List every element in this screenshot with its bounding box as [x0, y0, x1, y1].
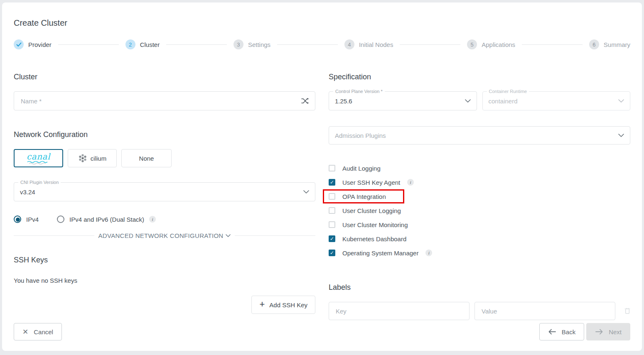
right-column: Specification Control Plane Version * 1.…: [329, 66, 630, 320]
checkbox-row-kubernetes-dashboard[interactable]: ✓ Kubernetes Dashboard: [329, 232, 630, 246]
close-icon: ✕: [22, 328, 28, 335]
cni-version-select[interactable]: CNI Plugin Version v3.24: [14, 182, 315, 201]
label-key-field[interactable]: [329, 302, 469, 320]
labels-heading: Labels: [329, 283, 630, 292]
admission-plugins-select[interactable]: Admission Plugins: [329, 126, 630, 144]
step-label: Summary: [604, 41, 630, 48]
checkbox-icon[interactable]: ✓: [329, 250, 335, 256]
container-runtime-value: containerd: [489, 98, 619, 105]
step-provider[interactable]: Provider: [14, 39, 52, 49]
left-column: Cluster Network Configuration canal: [14, 66, 315, 320]
checkbox-icon[interactable]: ✓: [329, 235, 335, 242]
ip-family-radio-group: IPv4 IPv4 and IPv6 (Dual Stack) i: [14, 215, 315, 223]
step-label: Provider: [28, 41, 52, 48]
container-runtime-label: Container Runtime: [487, 88, 529, 94]
radio-dual-stack[interactable]: IPv4 and IPv6 (Dual Stack) i: [57, 215, 156, 223]
back-button[interactable]: Back: [539, 323, 584, 340]
info-icon[interactable]: i: [425, 250, 432, 256]
add-ssh-key-button[interactable]: + Add SSH Key: [251, 296, 315, 314]
info-icon[interactable]: i: [149, 216, 156, 223]
cni-version-value: v3.24: [20, 189, 303, 196]
label-value-input[interactable]: [481, 307, 609, 315]
cni-version-label: CNI Plugin Version: [18, 179, 61, 185]
stepper-connector: [166, 44, 227, 45]
radio-label: IPv4 and IPv6 (Dual Stack): [69, 216, 144, 223]
checkbox-label: Audit Logging: [342, 165, 381, 172]
step-label: Cluster: [140, 41, 160, 48]
chevron-down-icon: [303, 190, 309, 193]
admission-plugins-placeholder: Admission Plugins: [335, 132, 618, 139]
step-applications: 5 Applications: [467, 39, 515, 49]
wizard-stepper: Provider 2 Cluster 3 Settings 4 Initial …: [14, 39, 630, 49]
stepper-connector: [58, 44, 119, 45]
checkbox-icon[interactable]: [329, 193, 335, 200]
step-label: Initial Nodes: [359, 41, 393, 48]
create-cluster-wizard: Create Cluster Provider 2 Cluster 3 Sett…: [2, 2, 642, 351]
labels-row: [329, 302, 630, 320]
arrow-right-icon: [595, 329, 603, 335]
wizard-footer: ✕ Cancel Back Next: [14, 323, 630, 340]
checkbox-row-opa-integration[interactable]: OPA Integration: [329, 189, 630, 203]
step-cluster[interactable]: 2 Cluster: [125, 39, 160, 49]
checkbox-icon[interactable]: [329, 165, 335, 171]
cni-option-canal[interactable]: canal: [14, 149, 63, 167]
step-number: 6: [589, 39, 599, 49]
checkbox-label: Operating System Manager: [342, 250, 418, 257]
specification-heading: Specification: [329, 73, 630, 81]
chevron-down-icon: [226, 234, 231, 237]
checkbox-label: User SSH Key Agent: [342, 179, 400, 186]
checkbox-row-user-ssh-key-agent[interactable]: ✓ User SSH Key Agent i: [329, 175, 630, 189]
plus-icon: +: [259, 300, 265, 309]
radio-icon: [57, 215, 64, 223]
info-icon[interactable]: i: [407, 179, 414, 186]
divider-line: [14, 235, 94, 236]
checkbox-row-user-cluster-monitoring[interactable]: User Cluster Monitoring: [329, 218, 630, 232]
radio-icon: [14, 215, 21, 223]
chevron-down-icon: [465, 99, 471, 103]
checkbox-icon[interactable]: [329, 221, 335, 228]
step-settings: 3 Settings: [234, 39, 270, 49]
advanced-network-label: ADVANCED NETWORK CONFIGURATION: [98, 232, 224, 239]
cancel-button[interactable]: ✕ Cancel: [14, 323, 62, 340]
divider-line: [235, 235, 315, 236]
checkbox-row-user-cluster-logging[interactable]: User Cluster Logging: [329, 203, 630, 218]
chevron-down-icon: [618, 134, 624, 137]
step-label: Applications: [482, 41, 515, 48]
checkbox-icon[interactable]: ✓: [329, 179, 335, 186]
checkbox-label: Kubernetes Dashboard: [342, 235, 406, 242]
label-value-field[interactable]: [474, 302, 615, 320]
control-plane-version-value: 1.25.6: [335, 98, 465, 105]
step-label: Settings: [248, 41, 270, 48]
cni-option-label: None: [139, 155, 154, 162]
step-number: 4: [344, 39, 354, 49]
page-title: Create Cluster: [14, 18, 630, 28]
ssh-keys-empty-text: You have no SSH keys: [14, 277, 315, 284]
control-plane-version-select[interactable]: Control Plane Version * 1.25.6: [329, 91, 477, 110]
label-key-input[interactable]: [335, 307, 463, 315]
delete-label-icon[interactable]: [624, 307, 630, 315]
arrow-left-icon: [548, 329, 556, 335]
cni-option-none[interactable]: None: [121, 149, 172, 167]
shuffle-icon[interactable]: [301, 98, 309, 104]
control-plane-version-label: Control Plane Version *: [333, 88, 385, 94]
next-button[interactable]: Next: [586, 323, 630, 340]
step-number: 3: [234, 39, 243, 49]
checkbox-icon[interactable]: [329, 207, 335, 214]
cluster-name-input[interactable]: [20, 97, 301, 105]
radio-label: IPv4: [26, 216, 39, 223]
checkbox-label: User Cluster Monitoring: [342, 221, 408, 228]
ssh-keys-heading: SSH Keys: [14, 256, 315, 264]
feature-checkbox-list: Audit Logging ✓ User SSH Key Agent i OPA…: [329, 161, 630, 260]
cluster-section-heading: Cluster: [14, 73, 315, 81]
step-number: 2: [125, 39, 135, 49]
checkbox-row-audit-logging[interactable]: Audit Logging: [329, 161, 630, 175]
cluster-name-field[interactable]: [14, 91, 315, 110]
advanced-network-configuration-toggle[interactable]: ADVANCED NETWORK CONFIGURATION: [14, 232, 315, 239]
cni-option-cilium[interactable]: cilium: [68, 149, 117, 167]
checkbox-row-operating-system-manager[interactable]: ✓ Operating System Manager i: [329, 246, 630, 260]
stepper-connector: [400, 44, 460, 45]
radio-ipv4[interactable]: IPv4: [14, 215, 39, 223]
canal-logo: canal: [27, 152, 50, 164]
chevron-down-icon: [618, 99, 624, 103]
stepper-connector: [522, 44, 583, 45]
